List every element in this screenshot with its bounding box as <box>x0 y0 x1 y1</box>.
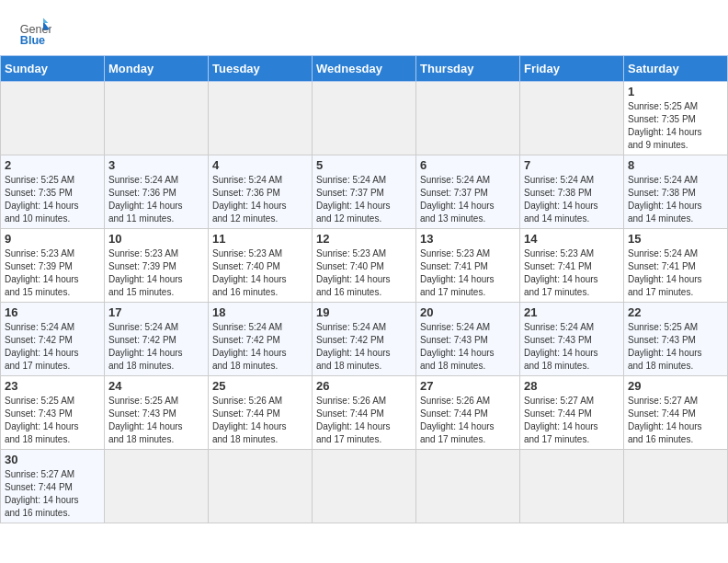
calendar-cell: 6Sunrise: 5:24 AM Sunset: 7:37 PM Daylig… <box>416 155 520 229</box>
calendar-cell: 18Sunrise: 5:24 AM Sunset: 7:42 PM Dayli… <box>209 303 313 376</box>
day-info: Sunrise: 5:27 AM Sunset: 7:44 PM Dayligh… <box>524 395 620 446</box>
day-info: Sunrise: 5:24 AM Sunset: 7:41 PM Dayligh… <box>628 247 723 299</box>
calendar-cell: 29Sunrise: 5:27 AM Sunset: 7:44 PM Dayli… <box>624 376 728 450</box>
day-info: Sunrise: 5:26 AM Sunset: 7:44 PM Dayligh… <box>316 395 412 446</box>
week-row-2: 2Sunrise: 5:25 AM Sunset: 7:35 PM Daylig… <box>1 155 728 229</box>
calendar-cell: 4Sunrise: 5:24 AM Sunset: 7:36 PM Daylig… <box>209 155 313 229</box>
day-info: Sunrise: 5:26 AM Sunset: 7:44 PM Dayligh… <box>420 395 516 446</box>
day-number: 23 <box>5 379 100 393</box>
day-info: Sunrise: 5:25 AM Sunset: 7:43 PM Dayligh… <box>5 395 100 446</box>
day-info: Sunrise: 5:24 AM Sunset: 7:42 PM Dayligh… <box>316 321 412 373</box>
calendar-cell <box>520 82 624 155</box>
day-number: 20 <box>420 305 516 319</box>
day-number: 14 <box>524 232 620 246</box>
weekday-header-monday: Monday <box>105 56 209 82</box>
day-number: 29 <box>628 379 723 393</box>
weekday-header-saturday: Saturday <box>624 56 728 82</box>
calendar-cell: 25Sunrise: 5:26 AM Sunset: 7:44 PM Dayli… <box>209 376 313 450</box>
day-info: Sunrise: 5:25 AM Sunset: 7:43 PM Dayligh… <box>108 395 204 446</box>
day-number: 18 <box>212 305 308 319</box>
week-row-1: 1Sunrise: 5:25 AM Sunset: 7:35 PM Daylig… <box>1 82 728 155</box>
day-info: Sunrise: 5:25 AM Sunset: 7:43 PM Dayligh… <box>628 321 723 373</box>
day-number: 8 <box>628 158 723 172</box>
calendar-cell <box>105 82 209 155</box>
day-info: Sunrise: 5:26 AM Sunset: 7:44 PM Dayligh… <box>212 395 308 446</box>
day-number: 16 <box>5 305 100 319</box>
day-info: Sunrise: 5:24 AM Sunset: 7:43 PM Dayligh… <box>420 321 516 373</box>
day-info: Sunrise: 5:24 AM Sunset: 7:42 PM Dayligh… <box>5 321 100 373</box>
calendar-cell: 10Sunrise: 5:23 AM Sunset: 7:39 PM Dayli… <box>105 229 209 303</box>
weekday-header-friday: Friday <box>520 56 624 82</box>
week-row-6: 30Sunrise: 5:27 AM Sunset: 7:44 PM Dayli… <box>1 450 728 523</box>
day-number: 11 <box>212 232 308 246</box>
calendar-cell: 28Sunrise: 5:27 AM Sunset: 7:44 PM Dayli… <box>520 376 624 450</box>
day-info: Sunrise: 5:23 AM Sunset: 7:40 PM Dayligh… <box>316 247 412 299</box>
calendar-cell: 8Sunrise: 5:24 AM Sunset: 7:38 PM Daylig… <box>624 155 728 229</box>
calendar-cell: 15Sunrise: 5:24 AM Sunset: 7:41 PM Dayli… <box>624 229 728 303</box>
day-number: 15 <box>628 232 723 246</box>
day-number: 19 <box>316 305 412 319</box>
calendar-cell <box>209 450 313 523</box>
calendar-cell: 2Sunrise: 5:25 AM Sunset: 7:35 PM Daylig… <box>1 155 105 229</box>
calendar-cell <box>624 450 728 523</box>
day-info: Sunrise: 5:27 AM Sunset: 7:44 PM Dayligh… <box>5 468 100 520</box>
week-row-3: 9Sunrise: 5:23 AM Sunset: 7:39 PM Daylig… <box>1 229 728 303</box>
day-number: 21 <box>524 305 620 319</box>
day-info: Sunrise: 5:24 AM Sunset: 7:37 PM Dayligh… <box>420 174 516 225</box>
logo-icon: General Blue <box>18 15 51 48</box>
header: General Blue <box>0 0 728 55</box>
day-info: Sunrise: 5:23 AM Sunset: 7:40 PM Dayligh… <box>212 247 308 299</box>
day-number: 24 <box>108 379 204 393</box>
week-row-4: 16Sunrise: 5:24 AM Sunset: 7:42 PM Dayli… <box>1 303 728 376</box>
day-number: 28 <box>524 379 620 393</box>
day-number: 22 <box>628 305 723 319</box>
day-number: 10 <box>108 232 204 246</box>
day-info: Sunrise: 5:24 AM Sunset: 7:37 PM Dayligh… <box>316 174 412 225</box>
calendar-cell: 17Sunrise: 5:24 AM Sunset: 7:42 PM Dayli… <box>105 303 209 376</box>
calendar-cell <box>209 82 313 155</box>
day-info: Sunrise: 5:23 AM Sunset: 7:39 PM Dayligh… <box>108 247 204 299</box>
day-number: 5 <box>316 158 412 172</box>
calendar-cell: 30Sunrise: 5:27 AM Sunset: 7:44 PM Dayli… <box>1 450 105 523</box>
day-info: Sunrise: 5:24 AM Sunset: 7:38 PM Dayligh… <box>524 174 620 225</box>
calendar-cell: 11Sunrise: 5:23 AM Sunset: 7:40 PM Dayli… <box>209 229 313 303</box>
day-number: 30 <box>5 453 100 466</box>
weekday-header-sunday: Sunday <box>1 56 105 82</box>
calendar-cell <box>313 450 416 523</box>
calendar-cell: 22Sunrise: 5:25 AM Sunset: 7:43 PM Dayli… <box>624 303 728 376</box>
logo: General Blue <box>18 15 55 48</box>
calendar-cell: 21Sunrise: 5:24 AM Sunset: 7:43 PM Dayli… <box>520 303 624 376</box>
calendar-cell: 3Sunrise: 5:24 AM Sunset: 7:36 PM Daylig… <box>105 155 209 229</box>
day-number: 13 <box>420 232 516 246</box>
day-number: 27 <box>420 379 516 393</box>
day-info: Sunrise: 5:23 AM Sunset: 7:41 PM Dayligh… <box>524 247 620 299</box>
calendar-cell <box>416 82 520 155</box>
day-number: 9 <box>5 232 100 246</box>
day-info: Sunrise: 5:25 AM Sunset: 7:35 PM Dayligh… <box>5 174 100 225</box>
day-number: 26 <box>316 379 412 393</box>
calendar-cell: 26Sunrise: 5:26 AM Sunset: 7:44 PM Dayli… <box>313 376 416 450</box>
day-info: Sunrise: 5:24 AM Sunset: 7:43 PM Dayligh… <box>524 321 620 373</box>
calendar-cell: 23Sunrise: 5:25 AM Sunset: 7:43 PM Dayli… <box>1 376 105 450</box>
calendar-cell: 20Sunrise: 5:24 AM Sunset: 7:43 PM Dayli… <box>416 303 520 376</box>
day-number: 25 <box>212 379 308 393</box>
svg-marker-3 <box>43 18 48 23</box>
weekday-header-tuesday: Tuesday <box>209 56 313 82</box>
day-info: Sunrise: 5:23 AM Sunset: 7:41 PM Dayligh… <box>420 247 516 299</box>
day-info: Sunrise: 5:24 AM Sunset: 7:36 PM Dayligh… <box>212 174 308 225</box>
svg-text:Blue: Blue <box>20 34 45 47</box>
calendar-cell: 7Sunrise: 5:24 AM Sunset: 7:38 PM Daylig… <box>520 155 624 229</box>
weekday-header-row: SundayMondayTuesdayWednesdayThursdayFrid… <box>1 56 728 82</box>
day-info: Sunrise: 5:24 AM Sunset: 7:36 PM Dayligh… <box>108 174 204 225</box>
day-info: Sunrise: 5:24 AM Sunset: 7:42 PM Dayligh… <box>212 321 308 373</box>
calendar-cell <box>1 82 105 155</box>
calendar-cell <box>105 450 209 523</box>
calendar-cell: 13Sunrise: 5:23 AM Sunset: 7:41 PM Dayli… <box>416 229 520 303</box>
calendar-table: SundayMondayTuesdayWednesdayThursdayFrid… <box>0 55 728 523</box>
calendar-cell: 1Sunrise: 5:25 AM Sunset: 7:35 PM Daylig… <box>624 82 728 155</box>
calendar-cell: 24Sunrise: 5:25 AM Sunset: 7:43 PM Dayli… <box>105 376 209 450</box>
day-number: 12 <box>316 232 412 246</box>
calendar-cell: 16Sunrise: 5:24 AM Sunset: 7:42 PM Dayli… <box>1 303 105 376</box>
day-number: 6 <box>420 158 516 172</box>
day-number: 4 <box>212 158 308 172</box>
